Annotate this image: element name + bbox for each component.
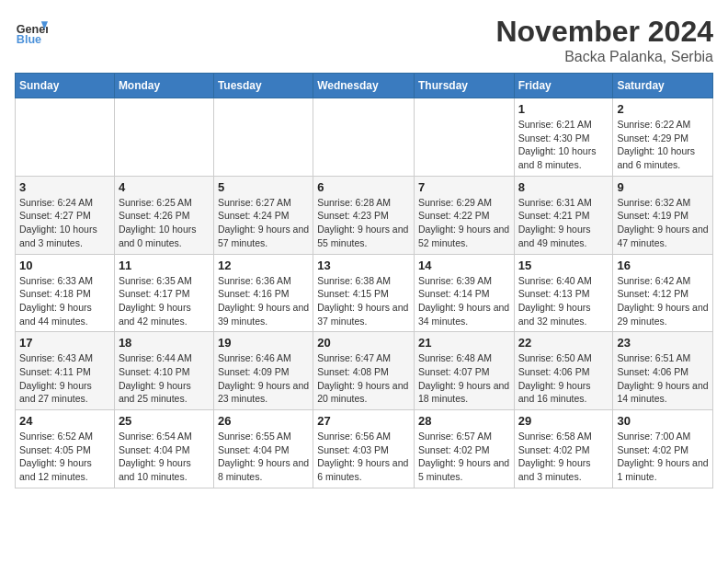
day-info: Sunrise: 6:48 AM Sunset: 4:07 PM Dayligh…: [418, 351, 510, 406]
day-info: Sunrise: 6:52 AM Sunset: 4:05 PM Dayligh…: [19, 430, 110, 484]
day-number: 28: [418, 414, 510, 428]
month-year-title: November 2024: [495, 15, 713, 49]
calendar-cell: 9Sunrise: 6:32 AM Sunset: 4:19 PM Daylig…: [613, 176, 713, 254]
calendar-cell: 2Sunrise: 6:22 AM Sunset: 4:29 PM Daylig…: [613, 98, 713, 177]
calendar-cell: 3Sunrise: 6:24 AM Sunset: 4:27 PM Daylig…: [16, 176, 115, 254]
day-number: 7: [418, 180, 510, 194]
day-info: Sunrise: 6:50 AM Sunset: 4:06 PM Dayligh…: [518, 351, 609, 406]
header-monday: Monday: [114, 74, 213, 98]
day-number: 8: [518, 180, 609, 194]
calendar-week-1: 1Sunrise: 6:21 AM Sunset: 4:30 PM Daylig…: [16, 98, 713, 177]
calendar-cell: 18Sunrise: 6:44 AM Sunset: 4:10 PM Dayli…: [114, 332, 213, 410]
day-info: Sunrise: 6:43 AM Sunset: 4:11 PM Dayligh…: [19, 351, 110, 406]
day-number: 5: [218, 180, 309, 194]
day-number: 27: [317, 414, 410, 428]
calendar-week-4: 17Sunrise: 6:43 AM Sunset: 4:11 PM Dayli…: [16, 332, 713, 410]
calendar-cell: 21Sunrise: 6:48 AM Sunset: 4:07 PM Dayli…: [414, 332, 514, 410]
header-wednesday: Wednesday: [313, 74, 415, 98]
calendar-cell: 29Sunrise: 6:58 AM Sunset: 4:02 PM Dayli…: [514, 410, 613, 488]
day-info: Sunrise: 6:39 AM Sunset: 4:14 PM Dayligh…: [418, 274, 510, 328]
calendar-cell: 25Sunrise: 6:54 AM Sunset: 4:04 PM Dayli…: [114, 410, 213, 488]
calendar-table: SundayMondayTuesdayWednesdayThursdayFrid…: [15, 73, 713, 488]
day-number: 6: [317, 180, 410, 194]
day-info: Sunrise: 6:33 AM Sunset: 4:18 PM Dayligh…: [19, 274, 110, 328]
logo-icon: General Blue: [15, 15, 48, 48]
calendar-week-5: 24Sunrise: 6:52 AM Sunset: 4:05 PM Dayli…: [16, 410, 713, 488]
calendar-cell: 30Sunrise: 7:00 AM Sunset: 4:02 PM Dayli…: [613, 410, 713, 488]
day-info: Sunrise: 6:40 AM Sunset: 4:13 PM Dayligh…: [518, 274, 609, 328]
calendar-cell: 23Sunrise: 6:51 AM Sunset: 4:06 PM Dayli…: [613, 332, 713, 410]
calendar-cell: 7Sunrise: 6:29 AM Sunset: 4:22 PM Daylig…: [414, 176, 514, 254]
calendar-cell: 22Sunrise: 6:50 AM Sunset: 4:06 PM Dayli…: [514, 332, 613, 410]
day-info: Sunrise: 6:28 AM Sunset: 4:23 PM Dayligh…: [317, 196, 410, 250]
calendar-cell: 4Sunrise: 6:25 AM Sunset: 4:26 PM Daylig…: [114, 176, 213, 254]
calendar-week-2: 3Sunrise: 6:24 AM Sunset: 4:27 PM Daylig…: [16, 176, 713, 254]
day-info: Sunrise: 6:31 AM Sunset: 4:21 PM Dayligh…: [518, 196, 609, 250]
calendar-header-row: SundayMondayTuesdayWednesdayThursdayFrid…: [16, 74, 713, 98]
calendar-cell: 14Sunrise: 6:39 AM Sunset: 4:14 PM Dayli…: [414, 254, 514, 332]
day-info: Sunrise: 6:35 AM Sunset: 4:17 PM Dayligh…: [119, 274, 210, 328]
calendar-cell: 11Sunrise: 6:35 AM Sunset: 4:17 PM Dayli…: [114, 254, 213, 332]
day-info: Sunrise: 6:56 AM Sunset: 4:03 PM Dayligh…: [317, 430, 410, 484]
day-info: Sunrise: 6:42 AM Sunset: 4:12 PM Dayligh…: [617, 274, 709, 328]
calendar-cell: 16Sunrise: 6:42 AM Sunset: 4:12 PM Dayli…: [613, 254, 713, 332]
day-number: 2: [617, 102, 709, 116]
day-info: Sunrise: 6:58 AM Sunset: 4:02 PM Dayligh…: [518, 430, 609, 484]
day-number: 12: [218, 259, 309, 272]
calendar-cell: [313, 98, 415, 177]
calendar-cell: 26Sunrise: 6:55 AM Sunset: 4:04 PM Dayli…: [213, 410, 313, 488]
header-thursday: Thursday: [414, 74, 514, 98]
day-number: 3: [19, 180, 110, 194]
calendar-cell: [114, 98, 213, 177]
day-info: Sunrise: 6:21 AM Sunset: 4:30 PM Dayligh…: [518, 118, 609, 172]
day-info: Sunrise: 6:29 AM Sunset: 4:22 PM Dayligh…: [418, 196, 510, 250]
calendar-cell: 8Sunrise: 6:31 AM Sunset: 4:21 PM Daylig…: [514, 176, 613, 254]
calendar-week-3: 10Sunrise: 6:33 AM Sunset: 4:18 PM Dayli…: [16, 254, 713, 332]
calendar-cell: 12Sunrise: 6:36 AM Sunset: 4:16 PM Dayli…: [213, 254, 313, 332]
calendar-cell: 15Sunrise: 6:40 AM Sunset: 4:13 PM Dayli…: [514, 254, 613, 332]
calendar-cell: 17Sunrise: 6:43 AM Sunset: 4:11 PM Dayli…: [16, 332, 115, 410]
day-info: Sunrise: 6:36 AM Sunset: 4:16 PM Dayligh…: [218, 274, 309, 328]
day-info: Sunrise: 6:25 AM Sunset: 4:26 PM Dayligh…: [119, 196, 210, 250]
calendar-cell: 13Sunrise: 6:38 AM Sunset: 4:15 PM Dayli…: [313, 254, 415, 332]
page-header: General Blue November 2024 Backa Palanka…: [15, 15, 713, 65]
calendar-cell: 27Sunrise: 6:56 AM Sunset: 4:03 PM Dayli…: [313, 410, 415, 488]
day-number: 11: [119, 259, 210, 272]
calendar-cell: 10Sunrise: 6:33 AM Sunset: 4:18 PM Dayli…: [16, 254, 115, 332]
day-number: 25: [119, 414, 210, 428]
location-subtitle: Backa Palanka, Serbia: [495, 49, 713, 65]
day-number: 13: [317, 259, 410, 272]
day-number: 18: [119, 336, 210, 350]
calendar-cell: 19Sunrise: 6:46 AM Sunset: 4:09 PM Dayli…: [213, 332, 313, 410]
header-saturday: Saturday: [613, 74, 713, 98]
logo: General Blue: [15, 15, 48, 48]
day-number: 23: [617, 336, 709, 350]
day-number: 21: [418, 336, 510, 350]
calendar-cell: 24Sunrise: 6:52 AM Sunset: 4:05 PM Dayli…: [16, 410, 115, 488]
day-number: 1: [518, 102, 609, 116]
day-info: Sunrise: 6:32 AM Sunset: 4:19 PM Dayligh…: [617, 196, 709, 250]
calendar-cell: 5Sunrise: 6:27 AM Sunset: 4:24 PM Daylig…: [213, 176, 313, 254]
day-info: Sunrise: 6:54 AM Sunset: 4:04 PM Dayligh…: [119, 430, 210, 484]
day-info: Sunrise: 6:38 AM Sunset: 4:15 PM Dayligh…: [317, 274, 410, 328]
day-number: 14: [418, 259, 510, 272]
day-info: Sunrise: 6:44 AM Sunset: 4:10 PM Dayligh…: [119, 351, 210, 406]
calendar-cell: [16, 98, 115, 177]
day-number: 24: [19, 414, 110, 428]
header-tuesday: Tuesday: [213, 74, 313, 98]
day-number: 10: [19, 259, 110, 272]
day-number: 29: [518, 414, 609, 428]
day-info: Sunrise: 6:24 AM Sunset: 4:27 PM Dayligh…: [19, 196, 110, 250]
title-section: November 2024 Backa Palanka, Serbia: [495, 15, 713, 65]
day-info: Sunrise: 6:55 AM Sunset: 4:04 PM Dayligh…: [218, 430, 309, 484]
day-info: Sunrise: 6:46 AM Sunset: 4:09 PM Dayligh…: [218, 351, 309, 406]
day-number: 4: [119, 180, 210, 194]
day-number: 16: [617, 259, 709, 272]
day-number: 15: [518, 259, 609, 272]
day-number: 19: [218, 336, 309, 350]
calendar-cell: [213, 98, 313, 177]
svg-text:Blue: Blue: [17, 33, 41, 46]
calendar-cell: 1Sunrise: 6:21 AM Sunset: 4:30 PM Daylig…: [514, 98, 613, 177]
day-info: Sunrise: 7:00 AM Sunset: 4:02 PM Dayligh…: [617, 430, 709, 484]
day-number: 9: [617, 180, 709, 194]
